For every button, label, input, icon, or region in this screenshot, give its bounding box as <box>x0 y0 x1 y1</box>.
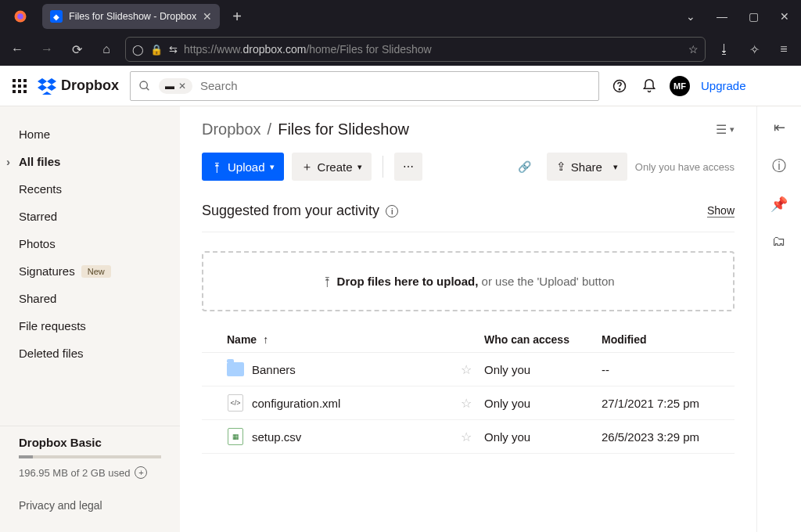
help-icon[interactable] <box>610 77 629 95</box>
create-button[interactable]: ＋ Create ▾ <box>292 153 372 181</box>
info-icon[interactable]: i <box>386 205 398 217</box>
reload-button[interactable]: ⟳ <box>66 38 88 60</box>
breadcrumb: Dropbox / Files for Slideshow ☰ ▾ <box>202 120 735 138</box>
privacy-link[interactable]: Privacy and legal <box>0 488 180 523</box>
app-menu-icon[interactable]: ≡ <box>773 38 795 60</box>
column-name[interactable]: Name↑ <box>202 333 484 346</box>
view-options-button[interactable]: ☰ ▾ <box>716 122 735 137</box>
svg-point-5 <box>619 88 620 89</box>
sidebar-item-recents[interactable]: Recents <box>0 175 180 203</box>
upload-icon: ⭱ <box>211 160 223 174</box>
sidebar-item-file-requests[interactable]: File requests <box>0 312 180 340</box>
home-button[interactable]: ⌂ <box>95 38 117 60</box>
search-icon <box>131 80 159 92</box>
storage-usage: 196.95 MB of 2 GB used <box>19 467 130 479</box>
upload-button[interactable]: ⭱ Upload ▾ <box>202 153 284 181</box>
sidebar-item-signatures[interactable]: SignaturesNew <box>0 257 180 285</box>
xml-file-icon: </> <box>227 394 244 412</box>
tabs-dropdown-icon[interactable]: ⌄ <box>679 10 702 23</box>
close-window-button[interactable]: ✕ <box>773 10 796 23</box>
suggested-title: Suggested from your activity <box>202 203 379 219</box>
bookmark-star-icon[interactable]: ☆ <box>688 43 699 56</box>
table-header: Name↑ Who can access Modified <box>202 327 735 353</box>
avatar[interactable]: MF <box>670 76 690 96</box>
back-button[interactable]: ← <box>6 38 28 60</box>
sort-asc-icon: ↑ <box>263 333 268 346</box>
permissions-icon: ⇆ <box>169 44 178 56</box>
dropzone[interactable]: ⭱ Drop files here to upload, or use the … <box>202 251 735 311</box>
folder-icon: ▬ <box>165 81 174 92</box>
collapse-panel-icon[interactable]: ⇤ <box>774 119 785 136</box>
notifications-icon[interactable] <box>640 77 659 95</box>
plus-icon: ＋ <box>301 160 313 174</box>
address-bar[interactable]: ◯ 🔒 ⇆ https://www.dropbox.com/home/Files… <box>125 37 706 62</box>
breadcrumb-root[interactable]: Dropbox <box>202 120 261 138</box>
new-tab-button[interactable]: + <box>226 8 248 26</box>
sidebar-item-shared[interactable]: Shared <box>0 285 180 312</box>
right-rail: ⇤ ⓘ 📌 🗂 <box>757 106 801 532</box>
dropbox-glyph-icon <box>38 77 56 95</box>
dropbox-logo[interactable]: Dropbox <box>38 77 119 95</box>
search-scope-pill[interactable]: ▬ ✕ <box>159 78 192 94</box>
column-modified[interactable]: Modified <box>602 333 735 346</box>
downloads-icon[interactable]: ⭳ <box>713 38 735 60</box>
table-row[interactable]: ▦setup.csv ☆ Only you 26/5/2023 3:29 pm <box>202 420 735 454</box>
share-icon: ⇪ <box>556 160 566 174</box>
apps-grid-icon[interactable] <box>13 79 27 93</box>
sidebar-item-photos[interactable]: Photos <box>0 230 180 257</box>
new-badge: New <box>81 265 111 278</box>
forward-button[interactable]: → <box>36 38 58 60</box>
svg-point-1 <box>17 13 23 20</box>
shield-icon: ◯ <box>132 44 144 56</box>
storage-bar <box>19 455 161 458</box>
minimize-button[interactable]: ― <box>710 10 734 23</box>
close-tab-icon[interactable]: ✕ <box>203 10 212 23</box>
browser-tab[interactable]: ◆ Files for Slideshow - Dropbox ✕ <box>42 4 220 29</box>
extensions-icon[interactable]: ✧ <box>743 38 765 60</box>
breadcrumb-current: Files for Slideshow <box>278 120 409 138</box>
column-access[interactable]: Who can access <box>484 333 602 346</box>
maximize-button[interactable]: ▢ <box>742 10 765 23</box>
csv-file-icon: ▦ <box>227 428 244 445</box>
lock-icon: 🔒 <box>150 44 163 56</box>
sidebar-item-deleted-files[interactable]: Deleted files <box>0 340 180 367</box>
chevron-down-icon: ▾ <box>357 162 362 172</box>
search-bar[interactable]: ▬ ✕ <box>130 71 599 101</box>
brand-text: Dropbox <box>61 77 119 94</box>
access-note: Only you have access <box>635 161 735 173</box>
details-info-icon[interactable]: ⓘ <box>772 156 786 175</box>
table-row[interactable]: </>configuration.xml ☆ Only you 27/1/202… <box>202 386 735 420</box>
svg-point-2 <box>140 81 147 88</box>
add-storage-button[interactable]: + <box>135 466 147 479</box>
dropbox-favicon: ◆ <box>50 10 63 23</box>
folder-icon <box>227 361 244 378</box>
activity-icon[interactable]: 🗂 <box>772 233 786 250</box>
copy-link-button[interactable]: 🔗 <box>511 153 539 181</box>
more-actions-button[interactable]: ⋯ <box>394 153 422 181</box>
star-icon[interactable]: ☆ <box>461 430 472 444</box>
firefox-menu-button[interactable] <box>5 5 36 28</box>
star-icon[interactable]: ☆ <box>461 396 472 411</box>
pin-icon[interactable]: 📌 <box>770 196 788 213</box>
table-row[interactable]: Banners ☆ Only you -- <box>202 353 735 386</box>
tab-title: Files for Slideshow - Dropbox <box>69 11 196 22</box>
svg-line-3 <box>146 88 149 90</box>
star-icon[interactable]: ☆ <box>461 362 472 377</box>
show-suggested-button[interactable]: Show <box>707 204 735 217</box>
url-text: https://www.dropbox.com/home/Files for S… <box>184 43 682 56</box>
clear-scope-icon[interactable]: ✕ <box>178 81 186 92</box>
sidebar: Home All files Recents Starred Photos Si… <box>0 106 180 532</box>
share-button[interactable]: ⇪ Share ▾ <box>547 153 627 181</box>
upgrade-link[interactable]: Upgrade <box>701 79 746 92</box>
breadcrumb-sep: / <box>268 120 272 138</box>
upload-cloud-icon: ⭱ <box>321 275 333 288</box>
plan-name: Dropbox Basic <box>19 436 161 449</box>
sidebar-item-all-files[interactable]: All files <box>0 148 180 175</box>
sidebar-item-starred[interactable]: Starred <box>0 203 180 230</box>
toolbar-divider <box>383 156 383 178</box>
chevron-down-icon: ▾ <box>270 162 275 172</box>
sidebar-item-home[interactable]: Home <box>0 120 180 148</box>
chevron-down-icon: ▾ <box>613 162 618 172</box>
search-input[interactable] <box>192 72 598 100</box>
